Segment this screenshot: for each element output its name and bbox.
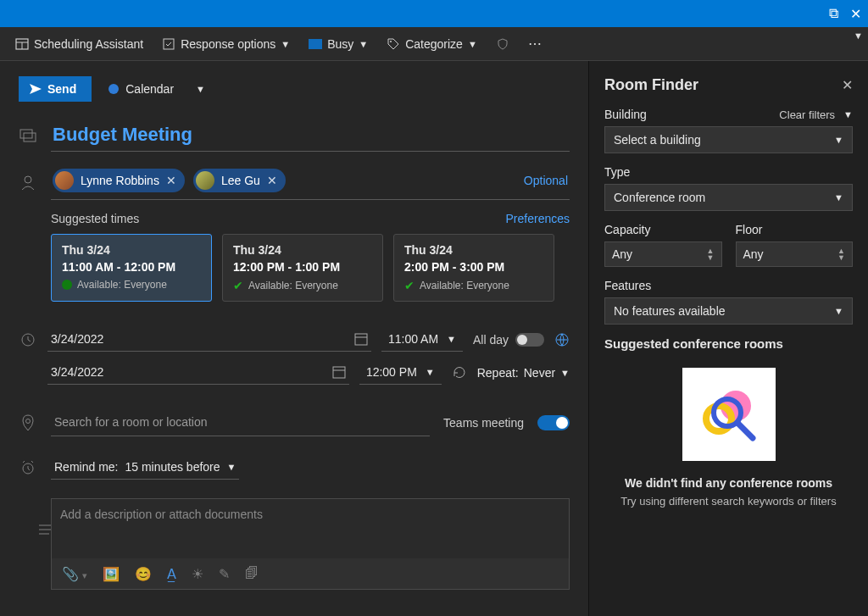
type-value: Conference room bbox=[614, 191, 705, 204]
available-icon: ✔ bbox=[404, 279, 415, 292]
remove-attendee-icon[interactable]: ✕ bbox=[166, 174, 176, 187]
features-label: Features bbox=[604, 279, 853, 292]
person-icon bbox=[20, 175, 36, 190]
reminder-select[interactable]: Remind me: 15 minutes before ▼ bbox=[51, 455, 239, 480]
chevron-down-icon: ▼ bbox=[834, 306, 843, 316]
brightness-icon[interactable]: ☀ bbox=[192, 566, 203, 582]
avatar bbox=[196, 171, 214, 190]
chevron-down-icon: ▼ bbox=[281, 39, 290, 49]
attach-icon[interactable]: 📎 ▾ bbox=[62, 566, 87, 582]
capacity-stepper[interactable]: Any ▲▼ bbox=[604, 241, 722, 267]
font-color-icon[interactable]: A̲ bbox=[167, 566, 176, 582]
response-options-button[interactable]: Response options ▼ bbox=[162, 37, 290, 51]
allday-toggle[interactable] bbox=[515, 333, 544, 347]
capacity-label: Capacity bbox=[604, 223, 722, 236]
popout-icon[interactable]: ⧉ bbox=[829, 6, 838, 21]
building-select[interactable]: Select a building ▼ bbox=[604, 126, 853, 153]
chevron-down-icon: ▼ bbox=[468, 39, 477, 49]
scheduling-assistant-button[interactable]: Scheduling Assistant bbox=[15, 37, 143, 51]
signature-icon[interactable]: ✎ bbox=[219, 566, 230, 582]
empty-state: We didn't find any conference rooms Try … bbox=[604, 368, 853, 508]
features-select[interactable]: No features available ▼ bbox=[604, 297, 853, 325]
busy-icon bbox=[309, 39, 322, 49]
suggested-rooms-header: Suggested conference rooms bbox=[604, 336, 853, 351]
svg-rect-3 bbox=[164, 39, 174, 49]
card-day: Thu 3/24 bbox=[62, 243, 201, 257]
suggested-time-card[interactable]: Thu 3/24 11:00 AM - 12:00 PM Available: … bbox=[51, 234, 212, 302]
alarm-icon bbox=[20, 460, 36, 475]
titlebar: ⧉ ✕ bbox=[0, 0, 868, 27]
clear-filters-link[interactable]: Clear filters bbox=[779, 108, 835, 121]
chevron-down-icon: ▼ bbox=[359, 39, 368, 49]
calendar-color-dot bbox=[108, 84, 119, 94]
preferences-link[interactable]: Preferences bbox=[506, 212, 570, 225]
end-time-value: 12:00 PM bbox=[366, 365, 417, 379]
attendee-chip[interactable]: Lee Gu ✕ bbox=[193, 169, 286, 192]
send-button[interactable]: Send bbox=[19, 76, 92, 102]
end-time-select[interactable]: 12:00 PM ▼ bbox=[359, 360, 442, 385]
repeat-label: Repeat: bbox=[477, 366, 519, 380]
close-icon[interactable]: ✕ bbox=[850, 6, 861, 22]
start-date-input[interactable]: 3/24/2022 bbox=[47, 327, 371, 352]
more-button[interactable]: ⋯ bbox=[528, 36, 543, 52]
building-label: Building bbox=[604, 108, 647, 121]
private-button[interactable] bbox=[496, 37, 509, 51]
svg-rect-6 bbox=[20, 130, 32, 138]
location-icon bbox=[20, 414, 36, 431]
calendar-icon[interactable] bbox=[332, 365, 346, 379]
card-day: Thu 3/24 bbox=[404, 243, 543, 257]
svg-rect-4 bbox=[309, 39, 322, 49]
categorize-label: Categorize bbox=[405, 37, 463, 51]
description-input[interactable]: Add a description or attach documents 📎 … bbox=[51, 498, 570, 590]
categorize-button[interactable]: Categorize ▼ bbox=[387, 37, 477, 51]
repeat-select[interactable]: Repeat: Never ▼ bbox=[477, 366, 570, 380]
suggested-times-header: Suggested times bbox=[51, 212, 139, 225]
teams-meeting-toggle[interactable] bbox=[537, 415, 570, 430]
emoji-icon[interactable]: 😊 bbox=[135, 566, 152, 582]
card-day: Thu 3/24 bbox=[233, 243, 372, 257]
suggested-time-card[interactable]: Thu 3/24 12:00 PM - 1:00 PM ✔Available: … bbox=[222, 234, 383, 302]
svg-point-8 bbox=[25, 176, 31, 183]
attendee-name: Lee Gu bbox=[221, 174, 260, 187]
attendees-field[interactable]: Lynne Robbins ✕ Lee Gu ✕ Optional bbox=[51, 164, 570, 200]
reminder-value: 15 minutes before bbox=[125, 460, 220, 474]
empty-state-subtitle: Try using different search keywords or f… bbox=[604, 495, 853, 508]
scheduling-assistant-label: Scheduling Assistant bbox=[34, 37, 143, 51]
response-options-label: Response options bbox=[181, 37, 275, 51]
remove-attendee-icon[interactable]: ✕ bbox=[267, 174, 277, 187]
card-time: 12:00 PM - 1:00 PM bbox=[233, 260, 372, 274]
clock-icon bbox=[20, 332, 36, 347]
picture-icon[interactable]: 🖼️ bbox=[103, 566, 120, 582]
ribbon-expand-icon[interactable]: ▼ bbox=[854, 31, 863, 41]
chevron-down-icon: ▼ bbox=[426, 367, 435, 377]
chevron-down-icon[interactable]: ▼ bbox=[843, 109, 853, 119]
features-value: No features available bbox=[614, 304, 726, 318]
floor-stepper[interactable]: Any ▲▼ bbox=[736, 241, 854, 267]
close-pane-icon[interactable]: ✕ bbox=[842, 77, 853, 93]
calendar-icon[interactable] bbox=[354, 332, 368, 346]
calendar-selector[interactable]: Calendar ▼ bbox=[108, 82, 205, 96]
optional-attendees-link[interactable]: Optional bbox=[524, 174, 568, 187]
start-time-select[interactable]: 11:00 AM ▼ bbox=[381, 327, 463, 352]
reminder-label: Remind me: bbox=[54, 460, 118, 474]
type-select[interactable]: Conference room ▼ bbox=[604, 184, 853, 211]
available-icon: ✔ bbox=[233, 279, 243, 292]
template-icon[interactable]: 🗐 bbox=[245, 566, 259, 581]
end-date-input[interactable]: 3/24/2022 bbox=[47, 360, 349, 385]
show-as-button[interactable]: Busy ▼ bbox=[309, 37, 368, 51]
location-input[interactable]: Search for a room or location bbox=[51, 408, 430, 436]
empty-state-title: We didn't find any conference rooms bbox=[604, 476, 853, 490]
event-title-input[interactable] bbox=[51, 120, 570, 152]
description-placeholder: Add a description or attach documents bbox=[60, 508, 263, 521]
card-availability: Available: Everyone bbox=[248, 280, 338, 291]
capacity-value: Any bbox=[612, 247, 632, 261]
empty-state-icon bbox=[682, 368, 776, 461]
floor-label: Floor bbox=[736, 223, 854, 236]
allday-label: All day bbox=[473, 333, 509, 347]
recurrence-icon[interactable] bbox=[452, 365, 467, 380]
timezone-icon[interactable] bbox=[554, 332, 570, 347]
calendar-grid-icon bbox=[15, 37, 29, 51]
avatar bbox=[55, 171, 74, 190]
suggested-time-card[interactable]: Thu 3/24 2:00 PM - 3:00 PM ✔Available: E… bbox=[393, 234, 554, 302]
attendee-chip[interactable]: Lynne Robbins ✕ bbox=[53, 169, 185, 192]
